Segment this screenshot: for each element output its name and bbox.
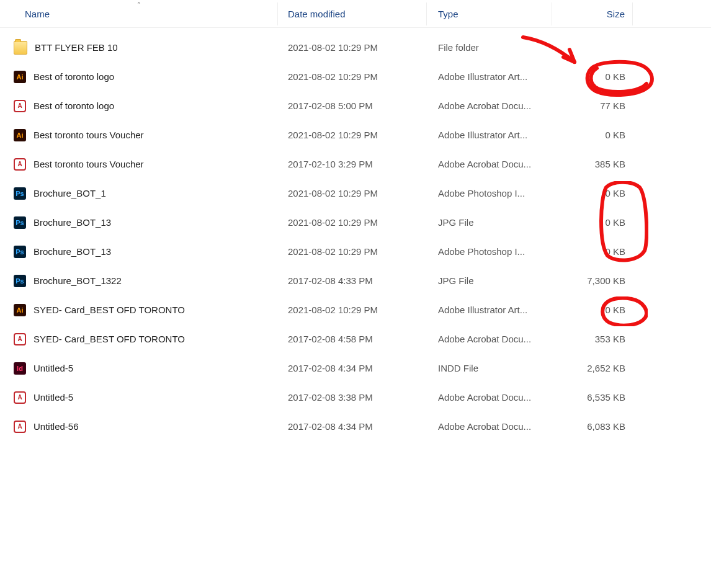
file-name-label: Best toronto tours Voucher — [34, 159, 144, 169]
cell-name: AiBest toronto tours Voucher — [0, 129, 278, 141]
cell-name: PsBrochure_BOT_13 — [0, 246, 278, 258]
cell-size: 0 KB — [552, 246, 633, 257]
cell-type: Adobe Illustrator Art... — [427, 130, 552, 140]
cell-type: Adobe Acrobat Docu... — [427, 100, 552, 111]
cell-date: 2021-08-02 10:29 PM — [278, 130, 427, 140]
file-name-label: Brochure_BOT_13 — [34, 217, 111, 228]
cell-name: AiSYED- Card_BEST OFD TORONTO — [0, 304, 278, 316]
table-row[interactable]: PsBrochure_BOT_13222017-02-08 4:33 PMJPG… — [0, 266, 711, 295]
file-name-label: Best of toronto logo — [34, 100, 114, 111]
cell-size: 0 KB — [552, 71, 633, 82]
cell-type: Adobe Acrobat Docu... — [427, 421, 552, 432]
cell-name: PsBrochure_BOT_1 — [0, 187, 278, 200]
table-row[interactable]: AiBest toronto tours Voucher2021-08-02 1… — [0, 120, 711, 149]
cell-type: Adobe Illustrator Art... — [427, 71, 552, 82]
cell-name: AiBest of toronto logo — [0, 71, 278, 83]
cell-type: Adobe Photoshop I... — [427, 188, 552, 198]
cell-name: PsBrochure_BOT_1322 — [0, 275, 278, 287]
table-row[interactable]: AUntitled-52017-02-08 3:38 PMAdobe Acrob… — [0, 383, 711, 412]
cell-size: 77 KB — [552, 100, 633, 111]
ps-icon: Ps — [14, 246, 26, 258]
cell-date: 2021-08-02 10:29 PM — [278, 217, 427, 228]
cell-size: 7,300 KB — [552, 275, 633, 286]
cell-date: 2017-02-08 4:33 PM — [278, 275, 427, 286]
file-name-label: Best of toronto logo — [34, 71, 114, 82]
cell-size: 385 KB — [552, 159, 633, 169]
cell-type: Adobe Photoshop I... — [427, 246, 552, 257]
file-name-label: BTT FLYER FEB 10 — [35, 42, 118, 53]
file-name-label: Brochure_BOT_1 — [34, 188, 106, 198]
cell-name: IdUntitled-5 — [0, 362, 278, 375]
cell-date: 2021-08-02 10:29 PM — [278, 188, 427, 198]
pdf-icon: A — [14, 391, 26, 404]
cell-name: AUntitled-56 — [0, 421, 278, 433]
cell-date: 2017-02-08 3:38 PM — [278, 392, 427, 403]
folder-icon — [14, 41, 27, 55]
cell-type: Adobe Illustrator Art... — [427, 305, 552, 315]
cell-type: INDD File — [427, 363, 552, 373]
file-list: BTT FLYER FEB 102021-08-02 10:29 PMFile … — [0, 28, 711, 441]
ai-icon: Ai — [14, 129, 26, 141]
table-row[interactable]: ABest toronto tours Voucher2017-02-10 3:… — [0, 149, 711, 179]
cell-size: 6,083 KB — [552, 421, 633, 432]
column-header-row: ˄ Name Date modified Type Size — [0, 0, 711, 28]
cell-name: PsBrochure_BOT_13 — [0, 216, 278, 229]
ps-icon: Ps — [14, 275, 26, 287]
ai-icon: Ai — [14, 71, 26, 83]
cell-size: 0 KB — [552, 188, 633, 198]
cell-type: Adobe Acrobat Docu... — [427, 159, 552, 169]
table-row[interactable]: AiBest of toronto logo2021-08-02 10:29 P… — [0, 62, 711, 91]
cell-date: 2017-02-10 3:29 PM — [278, 159, 427, 169]
cell-size: 353 KB — [552, 334, 633, 344]
file-name-label: Untitled-56 — [34, 421, 79, 432]
table-row[interactable]: IdUntitled-52017-02-08 4:34 PMINDD File2… — [0, 354, 711, 383]
cell-type: JPG File — [427, 275, 552, 286]
cell-date: 2021-08-02 10:29 PM — [278, 42, 427, 53]
cell-type: JPG File — [427, 217, 552, 228]
cell-date: 2021-08-02 10:29 PM — [278, 246, 427, 257]
cell-size: 0 KB — [552, 217, 633, 228]
cell-type: Adobe Acrobat Docu... — [427, 392, 552, 403]
pdf-icon: A — [14, 421, 26, 433]
ps-icon: Ps — [14, 216, 26, 229]
file-name-label: SYED- Card_BEST OFD TORONTO — [34, 305, 185, 315]
cell-size: 0 KB — [552, 305, 633, 315]
file-name-label: Best toronto tours Voucher — [34, 130, 144, 140]
table-row[interactable]: PsBrochure_BOT_12021-08-02 10:29 PMAdobe… — [0, 179, 711, 208]
pdf-icon: A — [14, 333, 26, 345]
column-header-name[interactable]: ˄ Name — [0, 2, 278, 25]
cell-name: AUntitled-5 — [0, 391, 278, 404]
cell-name: BTT FLYER FEB 10 — [0, 41, 278, 55]
table-row[interactable]: PsBrochure_BOT_132021-08-02 10:29 PMAdob… — [0, 237, 711, 266]
pdf-icon: A — [14, 100, 26, 112]
cell-size: 6,535 KB — [552, 392, 633, 403]
cell-size: 0 KB — [552, 130, 633, 140]
cell-date: 2017-02-08 4:34 PM — [278, 363, 427, 373]
cell-date: 2021-08-02 10:29 PM — [278, 305, 427, 315]
file-name-label: SYED- Card_BEST OFD TORONTO — [34, 334, 185, 344]
sort-indicator-icon: ˄ — [137, 1, 141, 9]
file-name-label: Untitled-5 — [34, 363, 73, 373]
column-header-size[interactable]: Size — [552, 2, 633, 25]
column-header-type[interactable]: Type — [427, 2, 552, 25]
cell-name: ABest toronto tours Voucher — [0, 158, 278, 171]
file-name-label: Brochure_BOT_13 — [34, 246, 111, 257]
cell-date: 2017-02-08 4:58 PM — [278, 334, 427, 344]
cell-name: ABest of toronto logo — [0, 100, 278, 112]
cell-type: File folder — [427, 42, 552, 53]
cell-name: ASYED- Card_BEST OFD TORONTO — [0, 333, 278, 345]
id-icon: Id — [14, 362, 26, 375]
table-row[interactable]: BTT FLYER FEB 102021-08-02 10:29 PMFile … — [0, 33, 711, 62]
file-name-label: Brochure_BOT_1322 — [34, 275, 122, 286]
column-header-date[interactable]: Date modified — [278, 2, 427, 25]
cell-size: 2,652 KB — [552, 363, 633, 373]
column-header-name-label: Name — [25, 9, 50, 19]
table-row[interactable]: ASYED- Card_BEST OFD TORONTO2017-02-08 4… — [0, 324, 711, 354]
table-row[interactable]: AUntitled-562017-02-08 4:34 PMAdobe Acro… — [0, 412, 711, 441]
cell-type: Adobe Acrobat Docu... — [427, 334, 552, 344]
file-name-label: Untitled-5 — [34, 392, 73, 403]
table-row[interactable]: AiSYED- Card_BEST OFD TORONTO2021-08-02 … — [0, 295, 711, 324]
table-row[interactable]: PsBrochure_BOT_132021-08-02 10:29 PMJPG … — [0, 208, 711, 237]
table-row[interactable]: ABest of toronto logo2017-02-08 5:00 PMA… — [0, 91, 711, 120]
ai-icon: Ai — [14, 304, 26, 316]
